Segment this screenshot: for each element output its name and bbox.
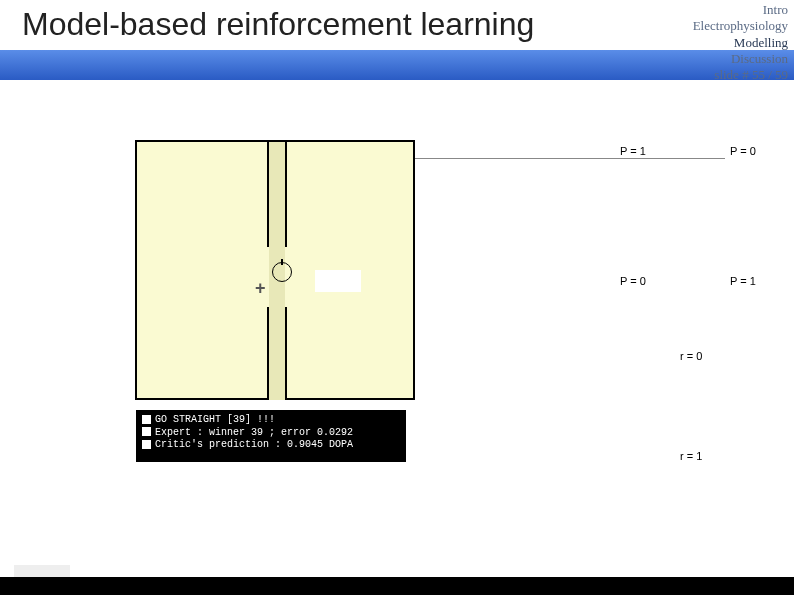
wall-left-upper: [267, 142, 269, 247]
nav-item-electrophysiology[interactable]: Electrophysiology: [693, 18, 788, 34]
title-bar-bottom: [0, 50, 794, 80]
footer-logo-placeholder: [14, 565, 70, 577]
console-line-2: Expert : winner 39 ; error 0.0292: [142, 427, 400, 440]
page-title: Model-based reinforcement learning: [22, 6, 534, 43]
connector-line: [415, 158, 725, 159]
label-p1-bottom-right: P = 1: [730, 275, 756, 287]
console-line-3: Critic's prediction : 0.9045 DOPA: [142, 439, 400, 452]
nav-item-discussion[interactable]: Discussion: [693, 51, 788, 67]
console-output: GO STRAIGHT [39] !!! Expert : winner 39 …: [136, 410, 406, 462]
label-p0-top-right: P = 0: [730, 145, 756, 157]
label-r0: r = 0: [680, 350, 702, 362]
maze: +: [135, 140, 415, 400]
plus-marker: +: [255, 278, 266, 299]
wall-right-upper: [285, 142, 287, 247]
console-bullet-icon: [142, 427, 151, 436]
slide: Model-based reinforcement learning Intro…: [0, 0, 794, 595]
nav-item-intro[interactable]: Intro: [693, 2, 788, 18]
nav-outline: Intro Electrophysiology Modelling Discus…: [693, 2, 788, 83]
console-bullet-icon: [142, 440, 151, 449]
console-line-1: GO STRAIGHT [39] !!!: [142, 414, 400, 427]
maze-diagram: +: [135, 140, 415, 400]
wall-right-lower: [285, 307, 287, 400]
wall-left-lower: [267, 307, 269, 400]
nav-item-modelling[interactable]: Modelling: [693, 35, 788, 51]
bottom-strip: [0, 577, 794, 595]
label-p0-bottom-left: P = 0: [620, 275, 646, 287]
agent-icon: [272, 262, 292, 282]
console-bullet-icon: [142, 415, 151, 424]
slide-content: + GO STRAIGHT [39] !!! Expert : winner 3…: [0, 80, 794, 595]
target-box: [315, 270, 361, 292]
label-p1-top-left: P = 1: [620, 145, 646, 157]
label-r1: r = 1: [680, 450, 702, 462]
